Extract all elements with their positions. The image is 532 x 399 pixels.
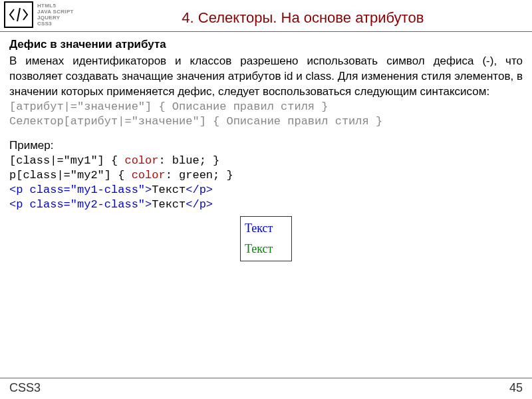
footer-left: CSS3: [9, 381, 41, 395]
tech-label: CSS3: [37, 21, 74, 27]
html-tag: </p>: [186, 184, 213, 196]
css-keyword: color: [124, 154, 158, 167]
result-line: Текст: [245, 219, 287, 237]
section-subtitle: Дефис в значении атрибута: [9, 37, 523, 53]
description-paragraph: В именах идентификаторов и классов разре…: [9, 54, 523, 100]
tech-label: HTML5: [37, 3, 74, 9]
svg-line-0: [17, 8, 20, 21]
tech-label: JAVA SCRIPT: [37, 9, 74, 15]
code-line: p[class|="my2"] { color: green; }: [9, 168, 523, 183]
page-number: 45: [509, 381, 523, 395]
html-tag: <p class="my1-class">: [9, 184, 152, 196]
syntax-line: Селектор[атрибут|="значение"] { Описание…: [9, 114, 523, 129]
result-preview: Текст Текст: [240, 216, 292, 261]
tech-labels: HTML5 JAVA SCRIPT JQUERY CSS3: [37, 3, 74, 27]
tech-label: JQUERY: [37, 15, 74, 21]
code-line: <p class="my1-class">Текст</p>: [9, 183, 523, 198]
html-tag: <p class="my2-class">: [9, 198, 152, 211]
logo-icon: [4, 1, 33, 28]
slide-content: Дефис в значении атрибута В именах идент…: [0, 32, 532, 261]
css-keyword: color: [132, 169, 166, 182]
syntax-line: [атрибут|="значение"] { Описание правил …: [9, 100, 523, 114]
code-line: [class|="my1"] { color: blue; }: [9, 154, 523, 168]
html-tag: </p>: [186, 198, 213, 211]
slide-header: HTML5 JAVA SCRIPT JQUERY CSS3 4. Селекто…: [0, 0, 532, 32]
result-line: Текст: [245, 240, 287, 258]
slide-footer: CSS3 45: [0, 378, 532, 395]
example-label: Пример:: [9, 138, 523, 154]
slide-title: 4. Селекторы. На основе атрибутов: [74, 0, 532, 27]
code-line: <p class="my2-class">Текст</p>: [9, 198, 523, 212]
